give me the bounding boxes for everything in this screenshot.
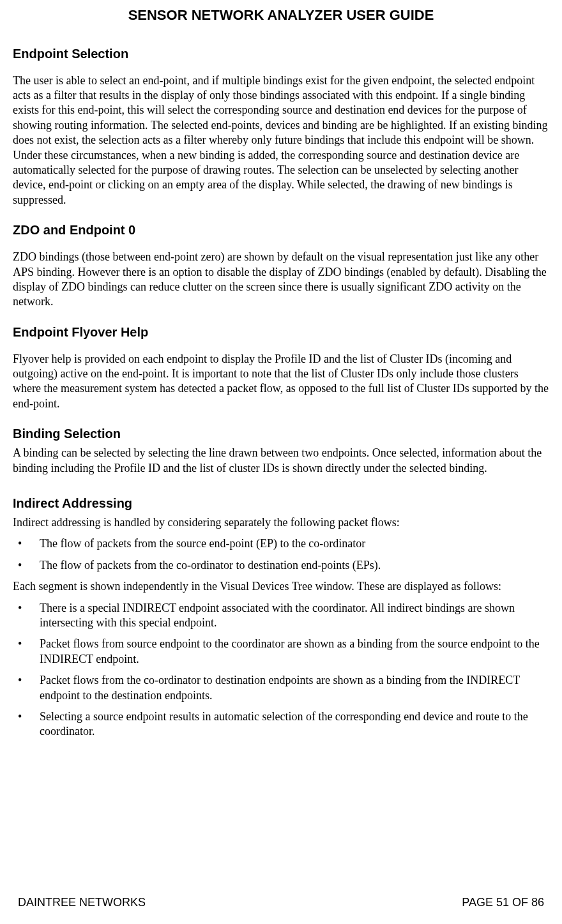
footer-right: PAGE 51 OF 86 bbox=[462, 895, 544, 910]
heading-endpoint-selection: Endpoint Selection bbox=[13, 45, 549, 62]
heading-indirect: Indirect Addressing bbox=[13, 495, 549, 511]
para-binding-selection: A binding can be selected by selecting t… bbox=[13, 446, 549, 476]
para-zdo: ZDO bindings (those between end-point ze… bbox=[13, 250, 549, 310]
para-indirect-mid: Each segment is shown independently in t… bbox=[13, 579, 549, 594]
list-item: The flow of packets from the source end-… bbox=[13, 536, 549, 551]
page-title: SENSOR NETWORK ANALYZER USER GUIDE bbox=[13, 6, 549, 25]
page-footer: DAINTREE NETWORKS PAGE 51 OF 86 bbox=[18, 895, 544, 910]
heading-flyover: Endpoint Flyover Help bbox=[13, 324, 549, 340]
para-indirect-intro: Indirect addressing is handled by consid… bbox=[13, 515, 549, 530]
list-item: The flow of packets from the co-ordinato… bbox=[13, 558, 549, 573]
list-item: Packet flows from source endpoint to the… bbox=[13, 637, 549, 667]
para-flyover: Flyover help is provided on each endpoin… bbox=[13, 352, 549, 412]
heading-zdo: ZDO and Endpoint 0 bbox=[13, 222, 549, 238]
footer-left: DAINTREE NETWORKS bbox=[18, 895, 146, 910]
list-item: Selecting a source endpoint results in a… bbox=[13, 709, 549, 739]
list-item: There is a special INDIRECT endpoint ass… bbox=[13, 601, 549, 631]
list-indirect-flows: The flow of packets from the source end-… bbox=[13, 536, 549, 573]
list-indirect-display: There is a special INDIRECT endpoint ass… bbox=[13, 601, 549, 739]
heading-binding-selection: Binding Selection bbox=[13, 425, 549, 442]
para-endpoint-selection: The user is able to select an end-point,… bbox=[13, 73, 549, 208]
list-item: Packet flows from the co-ordinator to de… bbox=[13, 673, 549, 703]
